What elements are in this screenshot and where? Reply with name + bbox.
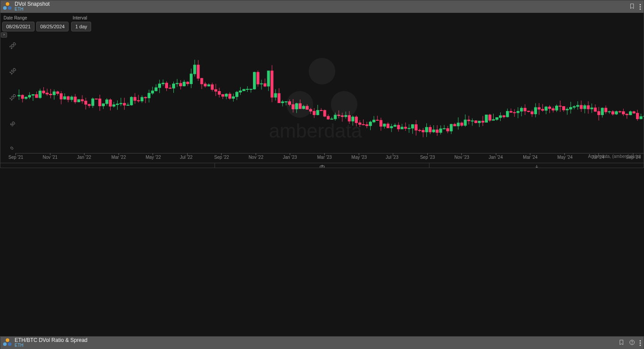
svg-rect-306 (545, 107, 548, 111)
svg-rect-124 (225, 94, 228, 96)
panel-title: DVol Snapshot (15, 1, 50, 7)
help-icon[interactable] (629, 339, 635, 346)
svg-rect-308 (548, 107, 551, 109)
svg-rect-188 (337, 115, 340, 115)
svg-rect-268 (478, 121, 481, 123)
x-tick: Mar '23 (317, 155, 332, 160)
svg-rect-328 (583, 106, 586, 109)
svg-rect-52 (99, 99, 101, 106)
svg-rect-206 (369, 122, 372, 126)
svg-rect-72 (134, 97, 136, 100)
svg-rect-6 (18, 95, 20, 96)
svg-rect-180 (323, 110, 326, 116)
svg-rect-166 (299, 104, 302, 109)
more-menu-icon[interactable] (640, 340, 641, 346)
x-tick: May '23 (352, 155, 367, 160)
svg-rect-346 (615, 111, 618, 114)
svg-rect-110 (200, 78, 203, 84)
x-tick: Mar '22 (111, 155, 126, 160)
svg-rect-270 (482, 121, 484, 123)
svg-rect-112 (204, 84, 207, 86)
panel-asset[interactable]: ETH (15, 7, 50, 12)
svg-rect-300 (534, 107, 537, 114)
svg-rect-10 (25, 97, 27, 99)
svg-rect-310 (552, 108, 555, 110)
svg-rect-68 (126, 105, 129, 105)
svg-rect-64 (120, 103, 123, 104)
svg-rect-138 (250, 89, 253, 89)
svg-rect-132 (239, 91, 242, 92)
svg-rect-82 (151, 91, 154, 93)
svg-rect-332 (590, 108, 593, 109)
svg-rect-142 (257, 72, 259, 84)
download-icon[interactable] (429, 163, 644, 168)
svg-rect-66 (123, 103, 126, 105)
interval-label: Interval (73, 15, 91, 20)
svg-rect-140 (253, 72, 256, 89)
svg-rect-192 (345, 115, 347, 117)
attribution: Amberdata, (amberdata.io) (588, 154, 641, 159)
svg-rect-32 (63, 96, 66, 99)
svg-rect-60 (113, 105, 115, 107)
svg-rect-62 (116, 104, 119, 105)
x-tick: Nov '22 (249, 155, 264, 160)
x-axis: Sep '21Nov '21Jan '22Mar '22May '22Jul '… (15, 155, 640, 163)
x-tick: Jan '22 (77, 155, 91, 160)
svg-rect-336 (598, 111, 600, 115)
toolbar-slot-left[interactable] (0, 163, 215, 168)
svg-rect-56 (106, 100, 108, 104)
x-tick: Jan '24 (489, 155, 503, 160)
svg-rect-156 (281, 102, 284, 103)
svg-rect-16 (35, 95, 38, 98)
svg-rect-360 (640, 117, 642, 119)
svg-rect-54 (102, 104, 105, 106)
svg-rect-12 (28, 95, 31, 97)
svg-rect-58 (109, 100, 112, 107)
svg-rect-258 (460, 123, 463, 126)
svg-rect-30 (60, 94, 63, 100)
svg-rect-178 (320, 110, 322, 111)
x-tick: Jan '23 (283, 155, 297, 160)
svg-rect-94 (172, 84, 175, 88)
bookmark-icon[interactable] (618, 339, 625, 346)
svg-rect-80 (148, 93, 150, 98)
svg-rect-350 (622, 111, 625, 114)
svg-rect-164 (295, 104, 298, 109)
svg-rect-334 (594, 108, 597, 111)
panel-asset[interactable]: ETH (15, 343, 88, 348)
bookmark-icon[interactable] (629, 3, 635, 10)
svg-rect-228 (408, 128, 410, 129)
more-menu-icon[interactable] (640, 4, 641, 10)
date-end-input[interactable]: 08/25/2024 (36, 22, 69, 31)
interval-select[interactable]: 1 day (71, 22, 91, 31)
svg-rect-152 (274, 93, 277, 97)
date-start-input[interactable]: 08/26/2021 (2, 22, 34, 31)
panel-dvol-ratio: ETH/BTC DVol Ratio & Spread ETH Date Ran… (0, 336, 644, 349)
svg-rect-324 (576, 105, 579, 107)
svg-rect-74 (137, 100, 140, 101)
svg-rect-224 (401, 127, 403, 129)
svg-rect-22 (46, 93, 49, 94)
svg-rect-96 (176, 83, 179, 84)
svg-rect-46 (88, 104, 91, 106)
screenshot-icon[interactable] (215, 163, 429, 168)
svg-rect-92 (169, 88, 172, 88)
svg-rect-326 (580, 105, 583, 109)
collapse-toggle-icon[interactable]: › (1, 32, 7, 38)
svg-rect-272 (485, 115, 488, 123)
svg-rect-244 (436, 130, 439, 132)
svg-rect-365 (320, 165, 324, 168)
svg-rect-242 (433, 130, 435, 132)
panel-toolbar (0, 163, 644, 168)
svg-rect-162 (292, 104, 295, 109)
svg-rect-202 (362, 124, 365, 125)
svg-rect-24 (50, 94, 52, 95)
svg-rect-222 (397, 125, 400, 129)
chart-dvol-candles[interactable]: amberdata 0 50 100 150 200 (4, 38, 640, 153)
svg-rect-210 (376, 120, 379, 120)
svg-rect-88 (162, 83, 165, 84)
x-tick: Jul '22 (180, 155, 193, 160)
x-tick: May '22 (146, 155, 161, 160)
svg-rect-182 (327, 116, 330, 119)
svg-rect-214 (383, 124, 386, 126)
